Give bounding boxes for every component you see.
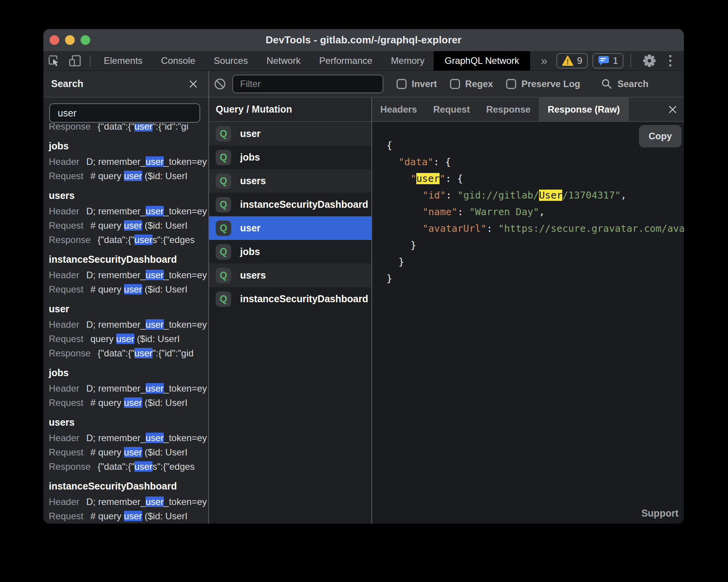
filter-checkboxes: InvertRegexPreserve Log bbox=[383, 79, 580, 89]
result-line[interactable]: HeaderD; remember_user_token=ey bbox=[49, 204, 208, 218]
checkbox-invert[interactable]: Invert bbox=[397, 79, 437, 89]
match-highlight: user bbox=[134, 461, 153, 472]
match-highlight: user bbox=[124, 397, 142, 408]
result-line[interactable]: Response{"data":{"users":{"edges bbox=[49, 459, 208, 474]
result-line[interactable]: Response{"data":{"users":{"edges bbox=[49, 233, 208, 247]
query-mutation-panel: Query / Mutation QuserQjobsQusersQinstan… bbox=[209, 98, 372, 524]
result-section-title[interactable]: instanceSecurityDashboard bbox=[49, 478, 208, 495]
settings-gear-icon[interactable] bbox=[638, 54, 661, 68]
result-text: # query bbox=[90, 284, 124, 294]
result-line[interactable]: Request# query user ($id: UserI bbox=[49, 395, 208, 410]
match-highlight: user bbox=[134, 348, 153, 358]
messages-badge[interactable]: 1 bbox=[592, 53, 623, 68]
result-section-title[interactable]: user bbox=[49, 300, 208, 317]
result-text: # query bbox=[90, 171, 124, 181]
result-line[interactable]: Request# query user ($id: UserI bbox=[49, 218, 208, 233]
result-line[interactable]: Requestquery user ($id: UserI bbox=[49, 332, 208, 346]
result-line[interactable]: HeaderD; remember_user_token=ey bbox=[49, 381, 208, 395]
match-highlight: user bbox=[124, 171, 142, 181]
result-line[interactable]: Request# query user ($id: UserI bbox=[49, 509, 208, 523]
checkbox-icon[interactable] bbox=[506, 79, 516, 89]
tab-response[interactable]: Response bbox=[478, 98, 539, 121]
support-link[interactable]: Support bbox=[641, 508, 678, 519]
request-detail-panel: HeadersRequestResponse Response (Raw) Co… bbox=[372, 98, 684, 524]
tab-performance[interactable]: Performance bbox=[310, 51, 381, 70]
filter-input[interactable] bbox=[232, 75, 383, 93]
result-line[interactable]: Response{"data":{"user":{"id":"gi bbox=[49, 123, 208, 134]
query-list-item-user[interactable]: Quser bbox=[209, 122, 371, 146]
result-line[interactable]: Request# query user ($id: UserI bbox=[49, 445, 208, 459]
tab-request[interactable]: Request bbox=[425, 98, 478, 121]
tabbar-right-controls: 9 1 bbox=[556, 51, 684, 70]
result-text: _token=ey bbox=[164, 496, 207, 507]
tab-sources[interactable]: Sources bbox=[204, 51, 257, 70]
query-type-badge: Q bbox=[216, 126, 231, 142]
result-section-title[interactable]: jobs bbox=[49, 137, 208, 154]
result-section-title[interactable]: users bbox=[49, 187, 208, 204]
result-text: s":{"edges bbox=[153, 461, 195, 472]
result-line[interactable]: Request# query user ($id: UserI bbox=[49, 282, 208, 296]
query-list-item-user[interactable]: Quser bbox=[209, 216, 371, 240]
query-list-item-jobs[interactable]: Qjobs bbox=[209, 146, 371, 169]
result-line[interactable]: HeaderD; remember_user_token=ey bbox=[49, 317, 208, 332]
tab-response-raw[interactable]: Response (Raw) bbox=[539, 98, 629, 121]
result-text: s":{"edges bbox=[153, 235, 195, 245]
tab-graphql-network[interactable]: GraphQL Network bbox=[434, 51, 530, 70]
tab-memory[interactable]: Memory bbox=[382, 51, 434, 70]
query-type-badge: Q bbox=[216, 150, 231, 165]
json-line: } bbox=[386, 253, 684, 270]
json-token: } bbox=[398, 256, 404, 267]
more-options-kebab-icon[interactable] bbox=[665, 55, 675, 67]
devtools-window: DevTools - gitlab.com/-/graphql-explorer… bbox=[43, 29, 684, 524]
tab-network[interactable]: Network bbox=[257, 51, 310, 70]
tab-console[interactable]: Console bbox=[152, 51, 204, 70]
result-line[interactable]: Response{"data":{"user":{"id":"gid bbox=[49, 346, 208, 360]
result-section-title[interactable]: instanceSecurityDashboard bbox=[49, 251, 208, 268]
devtools-tabbar: ElementsConsoleSourcesNetworkPerformance… bbox=[43, 51, 684, 71]
query-list-item-instanceSecurityDashboard[interactable]: QinstanceSecurityDashboard bbox=[209, 193, 371, 216]
close-search-panel-icon[interactable] bbox=[188, 79, 198, 89]
clear-log-icon[interactable] bbox=[214, 78, 226, 90]
result-line[interactable]: HeaderD; remember_user_token=ey bbox=[49, 495, 208, 509]
warnings-badge[interactable]: 9 bbox=[556, 53, 587, 68]
result-line-label: Request bbox=[49, 284, 83, 294]
checkbox-preserve-log[interactable]: Preserve Log bbox=[506, 79, 580, 89]
result-line-label: Response bbox=[49, 123, 91, 132]
result-section-title[interactable]: jobs bbox=[49, 364, 208, 381]
clipped-result-line[interactable]: Response{"data":{"user":{"id":"gi bbox=[49, 123, 208, 134]
more-tabs-chevron-icon[interactable]: » bbox=[539, 51, 550, 70]
search-input[interactable] bbox=[49, 103, 200, 123]
zoom-window-button[interactable] bbox=[81, 35, 90, 45]
result-line-label: Request bbox=[49, 334, 83, 344]
device-toolbar-icon[interactable] bbox=[64, 51, 86, 70]
copy-button[interactable]: Copy bbox=[639, 125, 682, 147]
search-control[interactable]: Search bbox=[601, 78, 648, 90]
result-line[interactable]: HeaderD; remember_user_token=ey bbox=[49, 268, 208, 282]
checkbox-icon[interactable] bbox=[397, 79, 407, 89]
tab-elements[interactable]: Elements bbox=[94, 51, 152, 70]
result-text: _token=ey bbox=[164, 319, 207, 330]
match-highlight: user bbox=[124, 447, 142, 457]
inspect-element-icon[interactable] bbox=[43, 51, 64, 70]
minimize-window-button[interactable] bbox=[65, 35, 75, 45]
result-line-label: Header bbox=[49, 206, 79, 216]
query-type-badge: Q bbox=[216, 268, 231, 283]
checkbox-regex[interactable]: Regex bbox=[450, 79, 493, 89]
close-detail-panel-icon[interactable] bbox=[668, 98, 678, 121]
search-match-highlight: User bbox=[539, 190, 562, 201]
json-line: } bbox=[386, 237, 684, 253]
match-highlight: user bbox=[146, 496, 164, 507]
match-highlight: user bbox=[116, 334, 134, 344]
checkbox-icon[interactable] bbox=[450, 79, 460, 89]
query-list-item-users[interactable]: Qusers bbox=[209, 264, 371, 287]
close-window-button[interactable] bbox=[50, 35, 59, 45]
query-list-item-jobs[interactable]: Qjobs bbox=[209, 240, 371, 264]
query-list-item-users[interactable]: Qusers bbox=[209, 169, 371, 193]
result-section-title[interactable]: users bbox=[49, 414, 208, 431]
result-line[interactable]: HeaderD; remember_user_token=ey bbox=[49, 154, 208, 169]
result-text: {"data":{" bbox=[98, 461, 134, 472]
query-list-item-instanceSecurityDashboard[interactable]: QinstanceSecurityDashboard bbox=[209, 287, 371, 311]
tab-headers[interactable]: Headers bbox=[372, 98, 425, 121]
result-line[interactable]: HeaderD; remember_user_token=ey bbox=[49, 431, 208, 445]
result-line[interactable]: Request# query user ($id: UserI bbox=[49, 169, 208, 183]
